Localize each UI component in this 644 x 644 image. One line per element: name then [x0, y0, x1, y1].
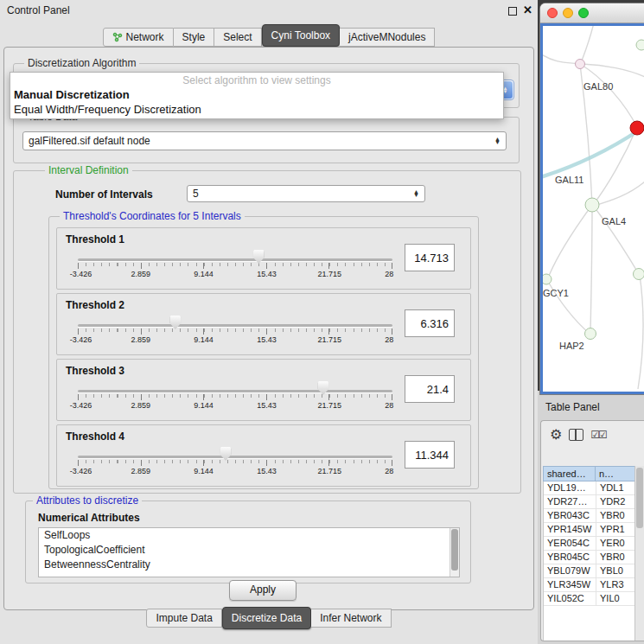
float-window-icon[interactable] — [508, 7, 517, 16]
table-row[interactable]: YDR27…YDR2 — [544, 495, 635, 509]
column-header[interactable]: shared… — [543, 466, 596, 481]
tick-label: -3.426 — [70, 270, 92, 278]
table-cell[interactable]: YBR043C — [544, 509, 596, 522]
numerical-attributes-list[interactable]: SelfLoops TopologicalCoefficient Between… — [38, 527, 460, 577]
network-node[interactable] — [585, 328, 596, 340]
slider-ticks — [78, 263, 392, 269]
table-row[interactable]: YBR045CYBR0 — [544, 551, 635, 564]
table-cell[interactable]: YER0 — [596, 537, 635, 550]
table-cell[interactable]: YDL1 — [596, 481, 635, 494]
network-view-window: GAL80 GAL11 GAL4 GCY1 HAP2 — [540, 3, 644, 394]
cyni-toolbox-panel: Discretization Algorithm ▲▼ Select algor… — [3, 47, 534, 610]
threshold-label: Threshold 1 — [66, 233, 124, 245]
column-header[interactable]: n… — [596, 466, 635, 481]
tab-label: Network — [126, 31, 164, 43]
table-cell[interactable]: YBR045C — [544, 551, 596, 564]
threshold-slider[interactable]: -3.426 2.859 9.144 15.43 21.715 28 — [78, 380, 392, 410]
table-cell[interactable]: YBL079W — [544, 564, 596, 577]
interval-definition-title: Interval Definition — [45, 164, 132, 176]
list-item[interactable]: SelfLoops — [39, 528, 459, 543]
close-icon[interactable]: ✕ — [523, 3, 532, 16]
algorithm-option[interactable]: Manual Discretization — [10, 87, 503, 102]
table-row[interactable]: YBL079WYBL0 — [544, 564, 635, 578]
threshold-slider[interactable]: -3.426 2.859 9.144 15.43 21.715 28 — [78, 315, 392, 344]
threshold-value-field[interactable]: 11.344 — [405, 441, 455, 469]
tick-label: 21.715 — [317, 335, 341, 344]
number-of-intervals-combobox[interactable]: 5 ▲▼ — [187, 185, 425, 202]
tab-select[interactable]: Select — [214, 28, 261, 47]
table-cell[interactable]: YLR345W — [544, 578, 596, 591]
table-row[interactable]: YLR345WYLR3 — [544, 578, 635, 592]
table-cell[interactable]: YPR1 — [596, 523, 635, 536]
network-node[interactable] — [585, 198, 599, 212]
close-traffic-icon[interactable] — [547, 8, 558, 18]
network-node[interactable] — [634, 269, 644, 280]
zoom-traffic-icon[interactable] — [578, 8, 589, 18]
slider-ticks — [78, 328, 392, 335]
threshold-value-field[interactable]: 14.713 — [405, 244, 455, 271]
tab-impute-data[interactable]: Impute Data — [146, 609, 221, 628]
table-cell[interactable]: YLR3 — [596, 578, 635, 591]
slider-thumb[interactable] — [317, 381, 328, 395]
algorithm-option[interactable]: Equal Width/Frequency Discretization — [10, 102, 503, 117]
tab-discretize-data[interactable]: Discretize Data — [222, 607, 311, 629]
tab-jactivemnodules[interactable]: jActiveMNodules — [340, 28, 435, 47]
slider-thumb[interactable] — [169, 316, 181, 329]
numerical-attributes-label: Numerical Attributes — [38, 512, 140, 524]
threshold-slider[interactable]: -3.426 2.859 9.144 15.43 21.715 28 — [78, 249, 392, 278]
table-row[interactable]: YPR145WYPR1 — [544, 523, 635, 537]
table-cell[interactable]: YDR27… — [544, 495, 596, 508]
table-row[interactable]: YDL19…YDL1 — [544, 481, 635, 495]
list-item[interactable]: BetweennessCentrality — [39, 558, 459, 572]
list-scrollbar[interactable] — [450, 528, 459, 577]
threshold-slider[interactable]: -3.426 2.859 9.144 15.43 21.715 28 — [78, 446, 392, 475]
network-canvas[interactable]: GAL80 GAL11 GAL4 GCY1 HAP2 — [540, 23, 644, 394]
table-cell[interactable]: YDR2 — [596, 495, 635, 508]
table-scrollbar[interactable] — [634, 466, 644, 641]
slider-thumb[interactable] — [220, 447, 232, 461]
table-row[interactable]: YER054CYER0 — [544, 537, 635, 551]
table-cell[interactable]: YDL19… — [544, 481, 596, 494]
tick-label: 9.144 — [194, 401, 214, 410]
table-cell[interactable]: YIL0 — [596, 592, 635, 605]
tab-cyni-toolbox[interactable]: Cyni Toolbox — [262, 24, 340, 47]
tab-label: Select — [223, 31, 252, 43]
list-item[interactable]: TopologicalCoefficient — [39, 543, 459, 558]
tick-label: 28 — [385, 335, 393, 344]
network-window-titlebar[interactable] — [540, 3, 644, 23]
scrollbar-thumb[interactable] — [451, 529, 458, 571]
network-node[interactable] — [543, 274, 552, 284]
algorithm-placeholder: Select algorithm to view settings — [10, 73, 503, 87]
table-row[interactable]: YIL052CYIL0 — [544, 592, 635, 606]
tick-label: 2.859 — [131, 467, 151, 475]
threshold-value-field[interactable]: 21.4 — [405, 375, 455, 403]
combobox-stepper-icon: ▲▼ — [494, 137, 501, 145]
threshold-value-field[interactable]: 6.316 — [405, 309, 455, 337]
table-cell[interactable]: YBR0 — [596, 551, 635, 564]
tab-style[interactable]: Style — [174, 28, 215, 47]
slider-thumb[interactable] — [253, 250, 265, 264]
settings-gear-icon[interactable]: ⚙ — [550, 428, 562, 442]
table-data-combobox[interactable]: galFiltered.sif default node ▲▼ — [22, 131, 507, 150]
table-cell[interactable]: YBR0 — [596, 509, 635, 522]
table-cell[interactable]: YPR145W — [544, 523, 596, 536]
network-node[interactable] — [576, 60, 585, 69]
scrollbar-thumb[interactable] — [636, 468, 643, 528]
table-cell[interactable]: YBL0 — [596, 564, 635, 577]
selected-node[interactable] — [630, 121, 644, 135]
tab-infer-network[interactable]: Infer Network — [311, 609, 391, 628]
column-layout-icon[interactable] — [569, 429, 583, 441]
slider-scale: -3.426 2.859 9.144 15.43 21.715 28 — [78, 335, 392, 344]
apply-button[interactable]: Apply — [229, 580, 296, 601]
minimize-traffic-icon[interactable] — [563, 8, 573, 18]
tab-network[interactable]: Network — [103, 28, 174, 47]
network-node[interactable] — [636, 40, 644, 50]
number-of-intervals-value: 5 — [193, 188, 199, 200]
tick-label: 9.144 — [194, 467, 214, 475]
table-cell[interactable]: YER054C — [544, 537, 596, 550]
table-cell[interactable]: YIL052C — [544, 592, 596, 605]
threshold-label: Threshold 4 — [66, 430, 124, 443]
bottom-tab-bar: Impute Data Discretize Data Infer Networ… — [0, 609, 538, 631]
select-checkboxes-icon[interactable]: ☑☑ — [590, 429, 606, 441]
table-row[interactable]: YBR043CYBR0 — [544, 509, 635, 523]
